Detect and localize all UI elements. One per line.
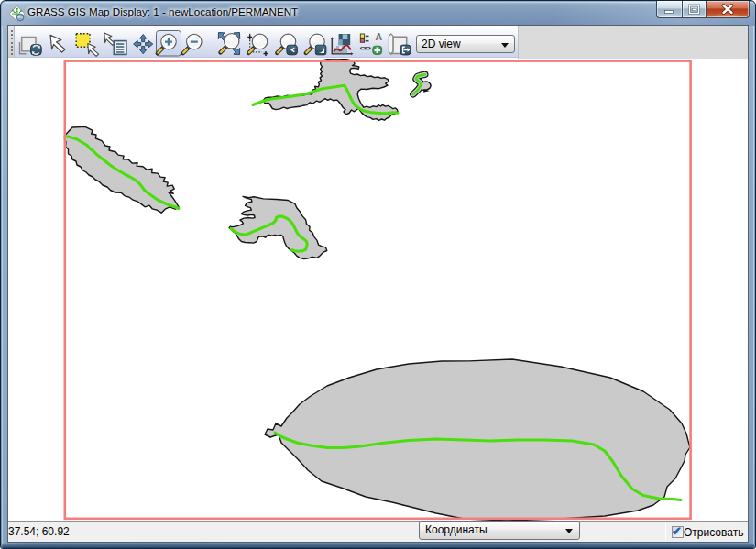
svg-text:A: A — [376, 31, 383, 42]
